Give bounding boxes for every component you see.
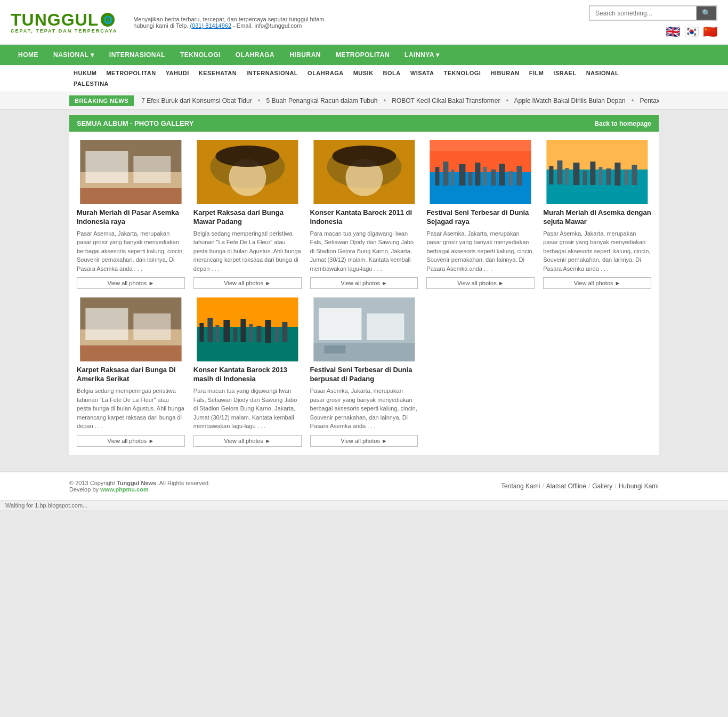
nav-home[interactable]: HOME bbox=[11, 45, 46, 65]
footer-divider-2: / bbox=[588, 482, 590, 490]
gallery-item-7-btn[interactable]: View all photos ► bbox=[193, 435, 302, 447]
subnav-wisata[interactable]: WISATA bbox=[406, 68, 439, 78]
nav-olahraga[interactable]: OLAHRAGA bbox=[228, 45, 282, 65]
header: TUNGGUL 🌐 CEPAT, TEPAT DAN TERPERCAYA Me… bbox=[0, 0, 728, 45]
svg-rect-34 bbox=[591, 162, 596, 185]
footer-phpmu-link[interactable]: www.phpmu.com bbox=[100, 486, 149, 493]
gallery-img-5 bbox=[543, 140, 651, 204]
search-button[interactable]: 🔍 bbox=[696, 6, 717, 20]
svg-rect-33 bbox=[583, 171, 587, 185]
subnav-teknologi[interactable]: TEKNOLOGI bbox=[440, 68, 486, 78]
nav-lainnya[interactable]: LAINNYA ▾ bbox=[397, 45, 447, 65]
gallery-item-2-btn[interactable]: View all photos ► bbox=[193, 277, 302, 289]
footer-link-gallery[interactable]: Gallery bbox=[592, 482, 612, 490]
gallery-img-2 bbox=[193, 140, 302, 204]
gallery-item-5-desc: Pasar Asemka, Jakarta, merupakan pasar g… bbox=[543, 229, 651, 273]
svg-rect-38 bbox=[625, 170, 629, 185]
gallery-item-8-desc: Pasar Asemka, Jakarta, merupakan pasar g… bbox=[310, 386, 418, 431]
gallery-item-3: Konser Kantata Barock 2011 di Indonesia … bbox=[310, 140, 418, 289]
logo-globe-icon: 🌐 bbox=[101, 13, 115, 27]
status-bar: Waiting for 1.bp.blogspot.com... bbox=[0, 500, 728, 510]
svg-rect-2 bbox=[85, 151, 128, 183]
subnav-olahraga[interactable]: OLAHRAGA bbox=[303, 68, 348, 78]
gallery-item-4-desc: Pasar Asemka, Jakarta, merupakan pasar g… bbox=[426, 229, 535, 273]
subnav-nasional[interactable]: NASIONAL bbox=[582, 68, 623, 78]
gallery-item-2-title: Karpet Raksasa dari Bunga Mawar Padang bbox=[193, 208, 302, 227]
status-text: Waiting for 1.bp.blogspot.com... bbox=[5, 502, 87, 509]
nav-teknologi[interactable]: TEKNOLOGI bbox=[173, 45, 228, 65]
gallery-grid-row2: Karpet Raksasa dari Bunga Di Amerika Ser… bbox=[69, 297, 659, 455]
nav-metropolitan[interactable]: METROPOLITAN bbox=[328, 45, 397, 65]
svg-rect-48 bbox=[207, 318, 213, 342]
footer-link-tentang[interactable]: Tentang Kami bbox=[501, 482, 540, 490]
subnav-palestina[interactable]: PALESTINA bbox=[69, 79, 113, 88]
nav-internasional[interactable]: INTERNASIONAL bbox=[102, 45, 173, 65]
gallery-section: SEMUA ALBUM - PHOTO GALLERY Back to home… bbox=[69, 115, 659, 455]
flag-cn[interactable]: 🇨🇳 bbox=[703, 25, 717, 39]
gallery-item-7-title: Konser Kantata Barock 2013 masih di Indo… bbox=[193, 366, 302, 384]
gallery-item-4-btn[interactable]: View all photos ► bbox=[426, 277, 535, 289]
gallery-img-7 bbox=[193, 297, 302, 361]
gallery-empty-1 bbox=[426, 297, 535, 446]
gallery-item-2-desc: Belgia sedang memperingati peristiwa tah… bbox=[193, 229, 302, 273]
gallery-item-3-btn[interactable]: View all photos ► bbox=[310, 277, 418, 289]
logo-area: TUNGGUL 🌐 CEPAT, TEPAT DAN TERPERCAYA Me… bbox=[11, 11, 326, 34]
svg-rect-29 bbox=[549, 166, 554, 184]
svg-rect-44 bbox=[80, 345, 181, 361]
svg-rect-31 bbox=[565, 168, 569, 185]
subnav-metropolitan[interactable]: METROPOLITAN bbox=[102, 68, 160, 78]
subnav-kesehatan[interactable]: KESEHATAN bbox=[195, 68, 241, 78]
svg-rect-36 bbox=[606, 168, 611, 185]
subnav-bola[interactable]: BOLA bbox=[379, 68, 405, 78]
svg-rect-22 bbox=[483, 167, 487, 186]
svg-rect-25 bbox=[509, 171, 513, 186]
svg-rect-62 bbox=[324, 345, 345, 353]
footer-link-hubungi[interactable]: Hubungi Kami bbox=[619, 482, 659, 490]
footer-divider-1: / bbox=[542, 482, 544, 490]
subnav-yahudi[interactable]: YAHUDI bbox=[161, 68, 193, 78]
subnav-israel[interactable]: ISRAEL bbox=[549, 68, 580, 78]
gallery-item-7-desc: Para macan tua yang digawangi Iwan Fals,… bbox=[193, 386, 302, 431]
gallery-item-2: Karpet Raksasa dari Bunga Mawar Padang B… bbox=[193, 140, 302, 289]
gallery-item-8-btn[interactable]: View all photos ► bbox=[310, 435, 418, 447]
svg-rect-60 bbox=[367, 313, 404, 340]
nav-nasional[interactable]: NASIONAL ▾ bbox=[46, 45, 102, 65]
footer-left: © 2013 Copyright Tunggul News. All Right… bbox=[69, 480, 210, 493]
back-to-homepage-link[interactable]: Back to homepage bbox=[594, 120, 651, 127]
gallery-img-8 bbox=[310, 297, 418, 361]
svg-rect-53 bbox=[249, 324, 253, 342]
gallery-item-5-btn[interactable]: View all photos ► bbox=[543, 277, 651, 289]
svg-rect-35 bbox=[599, 167, 603, 185]
subnav-film[interactable]: FILM bbox=[525, 68, 548, 78]
gallery-item-6-btn[interactable]: View all photos ► bbox=[77, 435, 185, 447]
gallery-item-8-title: Festival Seni Terbesar di Dunia berpusat… bbox=[310, 366, 418, 384]
phone-link[interactable]: (031) 81414962 bbox=[190, 22, 231, 29]
svg-point-12 bbox=[332, 146, 396, 167]
subnav-hiburan[interactable]: HIBURAN bbox=[486, 68, 523, 78]
gallery-item-3-title: Konser Kantata Barock 2011 di Indonesia bbox=[310, 208, 418, 227]
gallery-title: SEMUA ALBUM - PHOTO GALLERY bbox=[77, 119, 193, 127]
svg-rect-54 bbox=[256, 326, 261, 342]
flags: 🇬🇧 🇰🇷 🇨🇳 bbox=[666, 25, 717, 39]
nav-hiburan[interactable]: HIBURAN bbox=[282, 45, 328, 65]
svg-point-8 bbox=[215, 146, 279, 167]
subnav-internasional[interactable]: INTERNASIONAL bbox=[242, 68, 302, 78]
gallery-item-1-btn[interactable]: View all photos ► bbox=[77, 277, 185, 289]
subnav-musik[interactable]: MUSIK bbox=[349, 68, 378, 78]
gallery-item-5: Murah Meriah di Asemka dengan sejuta Maw… bbox=[543, 140, 651, 289]
gallery-item-4: Festival Seni Terbesar di Dunia Sejagad … bbox=[426, 140, 535, 289]
svg-rect-17 bbox=[443, 162, 449, 186]
gallery-item-8: Festival Seni Terbesar di Dunia berpusat… bbox=[310, 297, 418, 446]
svg-rect-37 bbox=[615, 163, 621, 186]
footer-link-alamat[interactable]: Alamat Offline bbox=[546, 482, 586, 490]
gallery-img-6 bbox=[77, 297, 185, 361]
svg-rect-3 bbox=[133, 156, 171, 183]
gallery-item-1: Murah Meriah di Pasar Asemka Indonesia r… bbox=[77, 140, 185, 289]
flag-kr[interactable]: 🇰🇷 bbox=[684, 25, 699, 39]
svg-rect-57 bbox=[282, 322, 287, 342]
svg-rect-19 bbox=[459, 164, 466, 186]
header-tagline: Menyajikan berita terbaru, tercepat, dan… bbox=[133, 16, 326, 29]
flag-uk[interactable]: 🇬🇧 bbox=[666, 25, 680, 39]
search-input[interactable] bbox=[589, 6, 696, 20]
subnav-hukum[interactable]: HUKUM bbox=[69, 68, 101, 78]
